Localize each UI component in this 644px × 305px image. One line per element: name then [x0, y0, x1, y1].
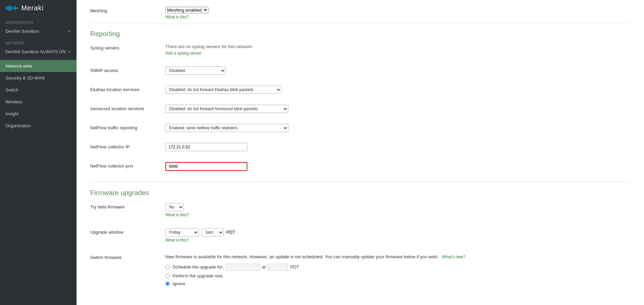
- org-section-label: ORGANIZATION: [0, 16, 77, 26]
- snmp-row: SNMP access Disabled Community string (v…: [90, 67, 630, 80]
- ignore-option: Ignore: [165, 281, 630, 286]
- aeroscout-row: Aeroscout location services Disabled: do…: [90, 105, 630, 118]
- perform-radio[interactable]: [165, 274, 170, 278]
- reporting-section-title: Reporting: [90, 30, 630, 38]
- netflow-ip-control: [165, 143, 630, 151]
- sidebar-item-wireless[interactable]: Wireless: [0, 96, 77, 108]
- beta-firmware-label: Try beta firmware: [90, 203, 165, 209]
- schedule-radio[interactable]: [165, 265, 170, 269]
- perform-label: Perform the upgrade now: [173, 273, 223, 278]
- network-dropdown-icon: ▼: [68, 50, 71, 54]
- snmp-control: Disabled Community string (v1, v2c) User…: [165, 67, 630, 75]
- switch-firmware-control: New firmware is available for this netwo…: [165, 253, 630, 289]
- beta-firmware-select[interactable]: No Yes: [165, 203, 184, 211]
- at-label: at: [262, 264, 266, 270]
- upgrade-time-select[interactable]: 12am 1am 2am 3am 4am 5am: [202, 228, 224, 236]
- sidebar-item-label: Security & SD-WAN: [5, 75, 45, 81]
- meshing-select[interactable]: Meshing enabled Meshing disabled: [165, 7, 208, 13]
- sidebar-item-label: Wireless: [5, 99, 23, 104]
- svg-rect-6: [16, 7, 18, 9]
- netflow-ip-row: NetFlow collector IP: [90, 143, 630, 157]
- svg-rect-2: [9, 5, 11, 11]
- ignore-radio[interactable]: [165, 281, 170, 286]
- window-what-is-this-link[interactable]: What is this?: [165, 238, 630, 243]
- netflow-row: NetFlow traffic reporting Disabled: do n…: [90, 124, 630, 137]
- sidebar: Meraki ORGANIZATION DevNet Sandbox ▼ NET…: [0, 0, 77, 305]
- sidebar-item-switch[interactable]: Switch: [0, 84, 77, 96]
- upgrade-window-control: Sunday Monday Tuesday Wednesday Thursday…: [165, 228, 630, 243]
- switch-firmware-label: Switch firmware: [90, 253, 165, 260]
- netflow-label: NetFlow traffic reporting: [90, 124, 165, 130]
- sidebar-logo: Meraki: [0, 0, 77, 16]
- svg-rect-1: [7, 6, 9, 10]
- beta-firmware-row: Try beta firmware No Yes What is this?: [90, 203, 630, 223]
- syslog-label: Syslog servers: [90, 44, 165, 50]
- pdt-label: PDT: [290, 264, 299, 270]
- whats-new-link[interactable]: What's new?: [442, 255, 465, 259]
- netflow-port-label: NetFlow collector port: [90, 162, 165, 169]
- sidebar-item-organization[interactable]: Organization: [0, 120, 77, 132]
- cisco-logo-icon: [5, 5, 18, 12]
- svg-rect-0: [5, 7, 7, 9]
- switch-firmware-text: New firmware is available for this netwo…: [165, 254, 439, 259]
- sidebar-item-insight[interactable]: Insight: [0, 108, 77, 120]
- schedule-option: Schedule the upgrade for: at PDT: [165, 264, 630, 271]
- add-syslog-link[interactable]: Add a syslog server: [165, 51, 201, 56]
- org-dropdown-icon: ▼: [68, 29, 71, 33]
- meshing-section: Meshing Meshing enabled Meshing disabled…: [90, 7, 630, 19]
- netflow-port-row: NetFlow collector port: [90, 162, 630, 176]
- upgrade-timezone: PDT: [226, 230, 235, 235]
- network-selector[interactable]: DevNet Sandbox ALWAYS ON ▼: [0, 46, 77, 57]
- beta-what-is-this-link[interactable]: What is this?: [165, 213, 630, 217]
- svg-rect-3: [11, 6, 12, 10]
- netflow-control: Disabled: do not send netflow traffic st…: [165, 124, 630, 132]
- schedule-label: Schedule the upgrade for:: [173, 264, 224, 270]
- org-name: DevNet Sandbox: [5, 29, 39, 34]
- meshing-what-is-this-link[interactable]: What is this?: [165, 15, 208, 19]
- upgrade-day-select[interactable]: Sunday Monday Tuesday Wednesday Thursday…: [165, 228, 199, 236]
- netflow-ip-input[interactable]: [165, 143, 247, 151]
- sidebar-divider: [0, 58, 77, 59]
- upgrade-window-label: Upgrade window: [90, 228, 165, 235]
- svg-rect-5: [15, 6, 16, 10]
- beta-firmware-control: No Yes What is this?: [165, 203, 630, 217]
- sidebar-item-network-wide[interactable]: Network-wide: [0, 60, 77, 72]
- reporting-divider: [90, 23, 630, 23]
- aeroscout-label: Aeroscout location services: [90, 105, 165, 111]
- netflow-ip-label: NetFlow collector IP: [90, 143, 165, 149]
- app-title: Meraki: [21, 4, 44, 12]
- snmp-select[interactable]: Disabled Community string (v1, v2c) User…: [165, 67, 226, 75]
- netflow-port-input[interactable]: [165, 162, 247, 171]
- network-section-label: NETWORK: [0, 37, 77, 46]
- ekahau-row: Ekahau location services Disabled: do no…: [90, 86, 630, 99]
- firmware-options: Schedule the upgrade for: at PDT Perform…: [165, 264, 630, 286]
- switch-firmware-info: New firmware is available for this netwo…: [165, 253, 473, 260]
- firmware-section-title: Firmware upgrades: [90, 189, 630, 197]
- ekahau-control: Disabled: do not forward Ekahau blink pa…: [165, 86, 630, 94]
- sidebar-item-security[interactable]: Security & SD-WAN: [0, 72, 77, 84]
- schedule-date-input[interactable]: [226, 264, 260, 271]
- ignore-label: Ignore: [173, 281, 185, 286]
- sidebar-item-label: Switch: [5, 87, 18, 92]
- snmp-label: SNMP access: [90, 67, 165, 73]
- schedule-time-input[interactable]: [268, 264, 288, 271]
- aeroscout-control: Disabled: do not forward Aeroscout blink…: [165, 105, 630, 113]
- main-content: Meshing Meshing enabled Meshing disabled…: [77, 0, 644, 305]
- org-selector[interactable]: DevNet Sandbox ▼: [0, 26, 77, 37]
- sidebar-item-label: Organization: [5, 123, 31, 128]
- netflow-port-control: [165, 162, 630, 171]
- netflow-select[interactable]: Disabled: do not send netflow traffic st…: [165, 124, 288, 132]
- upgrade-window-row: Upgrade window Sunday Monday Tuesday Wed…: [90, 228, 630, 248]
- svg-rect-4: [13, 7, 14, 9]
- switch-firmware-row: Switch firmware New firmware is availabl…: [90, 253, 630, 294]
- network-name: DevNet Sandbox ALWAYS ON: [5, 49, 66, 54]
- syslog-status-text: There are no syslog servers for this net…: [165, 44, 630, 49]
- sidebar-item-label: Network-wide: [5, 63, 32, 69]
- aeroscout-select[interactable]: Disabled: do not forward Aeroscout blink…: [165, 105, 288, 113]
- ekahau-select[interactable]: Disabled: do not forward Ekahau blink pa…: [165, 86, 282, 94]
- meshing-control: Meshing enabled Meshing disabled What is…: [165, 7, 208, 19]
- syslog-control: There are no syslog servers for this net…: [165, 44, 630, 56]
- ekahau-label: Ekahau location services: [90, 86, 165, 92]
- firmware-divider: [90, 182, 630, 182]
- perform-option: Perform the upgrade now: [165, 273, 630, 278]
